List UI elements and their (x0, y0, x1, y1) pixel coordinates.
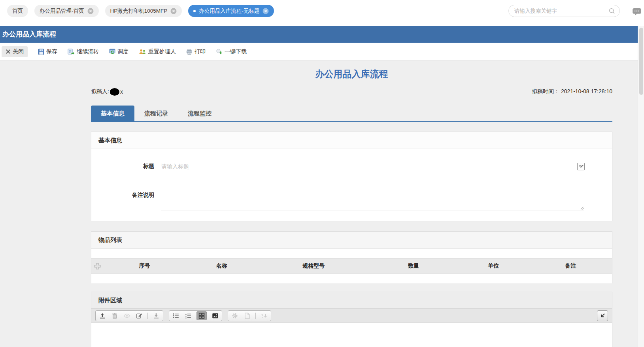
form-tab-bar: 基本信息 流程记录 流程监控 (91, 106, 612, 122)
form-content-area: 办公用品入库流程 拟稿人: x 拟稿时间： 2021-10-08 17:28:1… (0, 61, 638, 347)
dispatch-icon (109, 49, 115, 55)
tab-label: HP激光打印机1005MFP (110, 8, 168, 15)
print-button[interactable]: 打印 (186, 48, 206, 55)
tab-close-icon[interactable] (170, 8, 177, 14)
remark-textarea[interactable] (161, 179, 584, 211)
image-view-button[interactable] (211, 311, 219, 320)
title-edit-icon (578, 164, 584, 169)
continue-flow-button[interactable]: 继续流转 (68, 48, 99, 55)
remark-field-label: 备注说明 (91, 192, 158, 199)
active-tab-dot-icon (193, 10, 196, 12)
drafter-label: 拟稿人: (91, 88, 109, 95)
save-button[interactable]: 保存 (38, 48, 57, 55)
preview-button[interactable] (123, 311, 131, 320)
image-icon (212, 313, 219, 319)
drafter-suffix: x (120, 89, 123, 95)
attachment-toolbar (91, 309, 612, 323)
tab-flow-monitor[interactable]: 流程监控 (178, 106, 221, 121)
save-label: 保存 (46, 48, 57, 55)
add-row-plus-icon (94, 262, 101, 270)
tab-basic-info[interactable]: 基本信息 (91, 106, 134, 121)
title-edit-button[interactable] (577, 163, 585, 170)
continue-flow-label: 继续流转 (77, 48, 99, 55)
dispatch-label: 调度 (117, 48, 128, 55)
reset-handler-icon (139, 49, 146, 55)
settings-button[interactable] (231, 311, 239, 320)
list-view-button[interactable] (172, 311, 180, 320)
search-input[interactable] (514, 8, 608, 14)
trash-icon (112, 313, 117, 319)
one-click-download-button[interactable]: 一键下载 (216, 48, 247, 55)
title-input[interactable] (161, 162, 574, 171)
search-icon[interactable] (608, 8, 616, 15)
tab-hp-printer[interactable]: HP激光打印机1005MFP (105, 5, 182, 17)
edit-attachment-button[interactable] (135, 311, 143, 320)
tab-flow-record[interactable]: 流程记录 (134, 106, 178, 121)
open-page-tabs: 首页 办公用品管理-首页 HP激光打印机1005MFP 办公用品入库流程-无标题 (7, 5, 274, 17)
file-icon (244, 313, 250, 319)
edit-pencil-icon (136, 313, 142, 319)
col-spec: 规格型号 (258, 262, 370, 270)
download-attachment-button[interactable] (152, 311, 160, 320)
toolbar-separator (255, 313, 256, 319)
item-table-header: 序号 名称 规格型号 数量 单位 备注 (91, 259, 612, 273)
print-label: 打印 (195, 48, 206, 55)
one-click-download-label: 一键下载 (225, 48, 247, 55)
upload-button[interactable] (98, 311, 106, 320)
flow-title-bar: 办公用品入库流程 (0, 26, 638, 43)
tab-label: 首页 (12, 8, 23, 15)
print-icon (186, 49, 193, 55)
eye-icon (124, 313, 130, 318)
col-quantity: 数量 (370, 262, 457, 270)
dispatch-button[interactable]: 调度 (109, 48, 128, 55)
drafter-redaction (110, 88, 119, 96)
sort-icon (261, 313, 267, 319)
delete-button[interactable] (111, 311, 119, 320)
close-button[interactable]: 关闭 (2, 46, 28, 57)
item-list-panel-title: 物品列表 (91, 232, 612, 249)
col-serial: 序号 (103, 262, 186, 270)
tab-close-icon[interactable] (87, 8, 94, 14)
continue-flow-icon (68, 49, 75, 55)
tab-close-icon[interactable] (263, 8, 269, 14)
scrollbar-thumb[interactable] (639, 28, 643, 95)
grid-icon (198, 313, 205, 319)
download-icon (153, 313, 159, 319)
item-table-empty-row (91, 273, 612, 283)
tab-home[interactable]: 首页 (7, 5, 28, 17)
tab-office-supply-home[interactable]: 办公用品管理-首页 (34, 5, 99, 17)
upload-icon (99, 313, 106, 319)
action-toolbar: 关闭 保存 继续流转 调度 重置处理人 打印 一键下载 (0, 43, 638, 61)
collapse-arrow-icon (599, 313, 606, 319)
attachment-panel-title: 附件区域 (91, 292, 612, 309)
col-remark: 备注 (529, 262, 612, 270)
top-tab-bar: 首页 办公用品管理-首页 HP激光打印机1005MFP 办公用品入库流程-无标题 (0, 0, 644, 26)
attachment-file-actions (95, 310, 163, 321)
vertical-scrollbar[interactable] (638, 26, 644, 347)
add-row-button[interactable] (91, 262, 103, 270)
item-list-panel: 物品列表 序号 名称 规格型号 数量 单位 备注 (91, 231, 612, 283)
sort-button[interactable] (260, 311, 268, 320)
basic-info-panel-title: 基本信息 (91, 132, 612, 149)
chat-icon[interactable] (632, 8, 642, 16)
attachment-misc-actions (228, 310, 271, 321)
global-search (508, 5, 620, 17)
tab-warehousing-flow[interactable]: 办公用品入库流程-无标题 (188, 5, 274, 17)
numbered-list-icon (185, 313, 191, 319)
item-list-toolbar-row (91, 249, 612, 259)
basic-info-panel: 基本信息 标题 备注说明 (91, 132, 612, 221)
grid-view-button[interactable] (196, 311, 207, 320)
reset-handler-button[interactable]: 重置处理人 (139, 48, 176, 55)
gear-icon (232, 313, 238, 319)
collapse-panel-button[interactable] (597, 310, 608, 321)
toolbar-separator (147, 313, 148, 319)
tab-label: 办公用品入库流程-无标题 (199, 8, 259, 15)
resize-handle-icon[interactable] (580, 206, 584, 210)
close-label: 关闭 (13, 48, 24, 55)
file-button[interactable] (243, 311, 251, 320)
col-name: 名称 (186, 262, 258, 270)
page-title: 办公用品入库流程 (91, 68, 612, 80)
ordered-list-view-button[interactable] (184, 311, 192, 320)
draft-time-label: 拟稿时间： (532, 88, 559, 94)
tab-label: 办公用品管理-首页 (40, 8, 84, 15)
